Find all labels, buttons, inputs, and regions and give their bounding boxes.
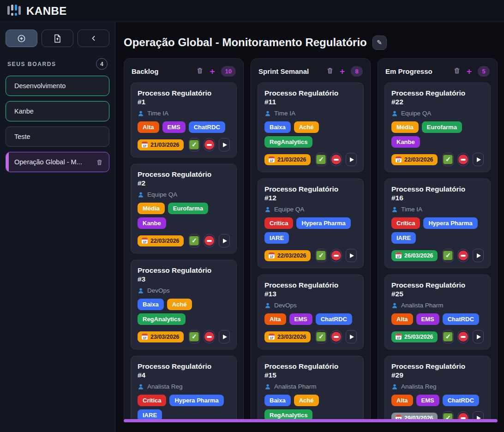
start-button[interactable] [346,153,357,166]
kanban-card[interactable]: Processo Regulatório #25 Analista Pharm … [384,275,491,349]
assignee-row: DevOps [264,302,357,309]
complete-button[interactable]: ✓ [443,330,454,343]
trash-icon[interactable] [96,159,103,166]
tag-chip: ChatRDC [316,313,352,325]
block-button[interactable] [330,249,342,262]
card-footer: 22/03/2026 ✓ [138,234,230,247]
no-entry-icon [458,413,468,419]
complete-button[interactable]: ✓ [443,153,454,166]
no-entry-icon [331,155,341,164]
tag-list: BaixaAchéRegAnalytics [264,121,357,148]
complete-button[interactable]: ✓ [316,330,327,343]
assignee-name: Time IA [147,110,168,117]
logo-bars-icon [7,5,22,17]
start-button[interactable] [473,330,484,343]
start-button[interactable] [473,249,484,262]
add-card-button[interactable]: + [467,68,472,75]
card-footer: 29/03/2026 ✓ [391,411,484,419]
sidebar-board-item[interactable]: Kanbe [6,101,109,121]
delete-column-button[interactable] [326,67,334,76]
edit-title-button[interactable]: ✎ [372,36,387,50]
tag-list: AltaEMSChatRDC [391,395,484,406]
complete-button[interactable]: ✓ [189,234,200,247]
block-button[interactable] [330,330,342,343]
person-icon [391,384,398,390]
kanban-card[interactable]: Processo Regulatório #1 Time IA AltaEMSC… [131,83,237,157]
logo-text: KANBE [26,5,67,18]
block-button[interactable] [457,153,468,166]
kanban-card[interactable]: Processo Regulatório #13 DevOps AltaEMSC… [258,275,364,349]
calendar-icon [269,252,275,258]
boards-section-header: SEUS BOARDS 4 [7,58,108,70]
complete-button[interactable]: ✓ [443,411,454,419]
column-header: Sprint Semanal + 8 [258,66,363,77]
kanban-card[interactable]: Processo Regulatório #29 Analista Reg Al… [384,356,491,419]
chevron-left-icon [90,35,97,42]
kanban-card[interactable]: Processo Regulatório #15 Analista Pharm … [258,356,364,419]
kanban-board: Backlog + 10 Processo Regulatório #1 [124,58,504,419]
column-actions: + 8 [326,66,363,77]
board-name: Kanbe [13,108,103,115]
play-icon [350,157,354,162]
due-date-text: 25/03/2026 [404,334,433,340]
kanban-card[interactable]: Processo Regulatório #12 Equipe QA Críti… [258,179,364,268]
complete-button[interactable]: ✓ [316,153,327,166]
block-button[interactable] [457,411,468,419]
collapse-sidebar-button[interactable] [78,30,109,47]
block-button[interactable] [330,153,342,166]
assignee-name: Analista Reg [147,383,183,390]
add-card-button[interactable]: + [210,68,215,75]
column-actions: + 5 [453,66,490,77]
tag-chip: Kanbe [391,136,420,148]
block-button[interactable] [204,330,215,343]
kanban-column: Backlog + 10 Processo Regulatório #1 [124,58,244,419]
kanban-card[interactable]: Processo Regulatório #11 Time IA BaixaAc… [258,83,364,172]
kanban-card[interactable]: Processo Regulatório #16 Time IA Crítica… [384,179,491,268]
add-board-button[interactable] [6,30,37,47]
no-entry-icon [204,140,214,150]
block-button[interactable] [204,234,215,247]
sidebar-board-item[interactable]: Teste [6,126,109,147]
complete-button[interactable]: ✓ [189,330,200,343]
add-card-button[interactable]: + [340,68,345,75]
sidebar-board-item[interactable]: Operação Global - M... [6,152,109,172]
start-button[interactable] [346,249,357,262]
checkmark-icon: ✓ [443,251,453,260]
card-footer: 22/03/2026 ✓ [391,153,484,166]
kanban-card[interactable]: Processo Regulatório #3 DevOps BaixaAché… [131,260,237,349]
due-date-text: 22/03/2026 [277,252,306,259]
card-list: Processo Regulatório #1 Time IA AltaEMSC… [131,83,237,419]
due-date-text: 29/03/2026 [404,415,433,420]
card-title: Processo Regulatório #11 [264,89,341,106]
block-button[interactable] [457,330,468,343]
due-date-chip: 22/03/2026 [391,154,438,165]
kanban-card[interactable]: Processo Regulatório #22 Equipe QA Média… [384,83,491,172]
assignee-row: Equipe QA [391,110,484,117]
block-button[interactable] [457,249,468,262]
assignee-name: Analista Pharm [401,302,444,309]
start-button[interactable] [219,138,230,151]
complete-button[interactable]: ✓ [189,138,200,151]
due-date-chip: 26/03/2026 [391,250,438,261]
start-button[interactable] [473,411,484,419]
assignee-name: Analista Pharm [274,383,317,390]
block-button[interactable] [204,138,215,151]
delete-column-button[interactable] [453,67,461,76]
complete-button[interactable]: ✓ [443,249,454,262]
import-board-button[interactable] [42,30,73,47]
tag-list: AltaEMSChatRDC [264,313,357,325]
complete-button[interactable]: ✓ [316,249,327,262]
start-button[interactable] [346,330,357,343]
start-button[interactable] [219,234,230,247]
horizontal-scrollbar[interactable] [124,419,498,422]
start-button[interactable] [219,330,230,343]
delete-column-button[interactable] [196,67,204,76]
start-button[interactable] [473,153,484,166]
tag-chip: IARE [138,409,162,419]
sidebar-board-item[interactable]: Desenvolvimento [6,76,109,96]
app-logo: KANBE [7,5,67,18]
kanban-card[interactable]: Processo Regulatório #2 Equipe QA MédiaE… [131,164,237,253]
card-title: Processo Regulatório #12 [264,185,341,202]
kanban-card[interactable]: Processo Regulatório #4 Analista Reg Crí… [131,356,237,419]
card-title: Processo Regulatório #22 [391,89,468,106]
